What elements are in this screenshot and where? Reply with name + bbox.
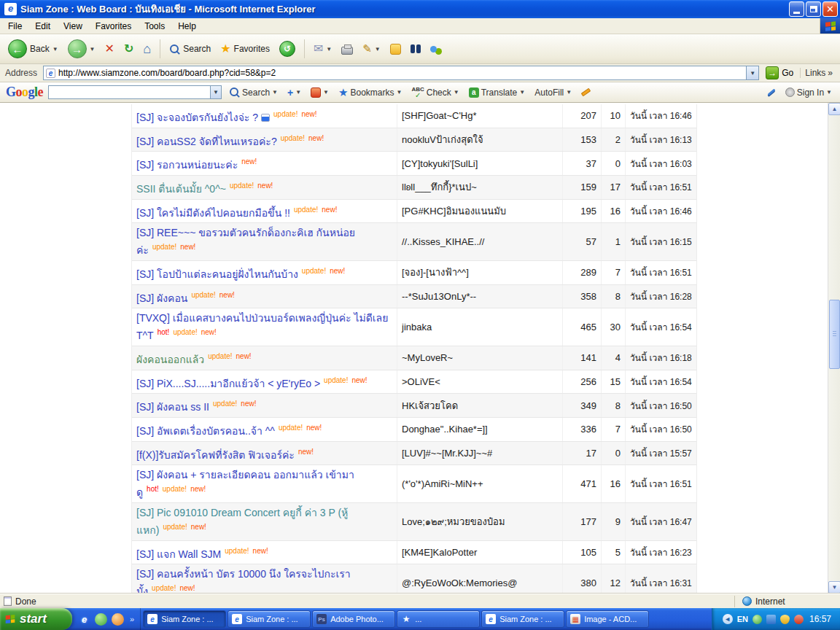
author-cell: [LUV]#~~[Mr.KJJ]~~#	[397, 442, 563, 465]
go-button[interactable]: → Go	[763, 66, 796, 80]
table-row: [SJ] ผังคอน ss IIupdate!new!HKเจ้สวยโคด3…	[132, 394, 696, 418]
tray-security-icon[interactable]	[780, 615, 790, 624]
taskbar-task-button[interactable]: eSiam Zone : ...	[228, 610, 311, 628]
tray-collapse-chevron-icon[interactable]: ◄	[723, 614, 733, 624]
search-button[interactable]: Search	[166, 42, 214, 57]
back-button[interactable]: ← Back ▼	[4, 37, 62, 61]
google-search-caret-icon[interactable]: ▼	[272, 89, 278, 96]
topic-link[interactable]: [SJ] ผังคอน	[136, 292, 187, 303]
history-button[interactable]: ↺	[276, 39, 299, 59]
check-caret-icon[interactable]: ▼	[454, 89, 459, 96]
edit-dropdown-icon[interactable]: ▼	[375, 46, 381, 52]
highlight-button[interactable]	[579, 89, 593, 96]
taskbar-clock[interactable]: 16:57	[809, 614, 831, 624]
bookmarks-button[interactable]: ★ Bookmarks ▼	[336, 85, 404, 101]
address-dropdown-icon[interactable]: ▼	[746, 66, 758, 79]
mail-dropdown-icon[interactable]: ▼	[326, 46, 332, 52]
taskbar-task-button[interactable]: ▦Image - ACD...	[566, 610, 649, 628]
menu-help[interactable]: Help	[171, 19, 203, 34]
translate-caret-icon[interactable]: ▼	[519, 89, 525, 96]
topic-link[interactable]: [SJ] คอนSS2 จัดที่ไหนเหรอค่ะ?	[136, 135, 277, 147]
links-label: Links	[805, 68, 825, 78]
forward-button[interactable]: → ▼	[64, 37, 99, 61]
scroll-down-button[interactable]: ▼	[828, 581, 840, 594]
menu-tools[interactable]: Tools	[138, 19, 171, 34]
quicklaunch-media-icon[interactable]	[112, 613, 124, 626]
menu-favorites[interactable]: Favorites	[89, 19, 138, 34]
quicklaunch-msn-icon[interactable]	[95, 613, 107, 626]
topic-link[interactable]: [SJ] แจก Wall SJM	[136, 548, 221, 559]
translate-button[interactable]: a Translate ▼	[467, 86, 528, 99]
topic-link[interactable]: [SJ] REE~~~ ขอรวมตัวคนรักด็องกะคิเฮ กันห…	[136, 227, 355, 256]
menu-file[interactable]: File	[1, 19, 28, 34]
close-button[interactable]: ✕	[822, 1, 838, 17]
quicklaunch-ie-icon[interactable]: e	[78, 613, 90, 626]
topic-link[interactable]: [SJ] โอปป้าแต่ละคนอยู่ฝั่งไหนกันบ้าง	[136, 268, 298, 280]
autofill-caret-icon[interactable]: ▼	[566, 89, 572, 96]
replies-cell: 30	[602, 308, 626, 346]
back-dropdown-icon[interactable]: ▼	[52, 46, 58, 52]
messenger-button[interactable]	[386, 42, 405, 57]
google-search-dropdown-icon[interactable]: ▼	[210, 86, 221, 98]
discuss-button[interactable]	[427, 44, 446, 55]
edit-button[interactable]: ✎ ▼	[359, 41, 384, 57]
table-row: [SJ] รอกวนหน่อยนะค่ะnew![CY]tokyuki'[Sul…	[132, 152, 696, 176]
pagerank-button[interactable]: ▼	[308, 86, 331, 99]
research-button[interactable]	[407, 42, 424, 55]
restore-button[interactable]	[806, 1, 821, 17]
topic-link[interactable]: [SJ] Pic 091010 Dream Concert คยูกี้ ค่า…	[136, 507, 348, 536]
refresh-button[interactable]: ↻	[120, 41, 137, 57]
signin-button[interactable]: Sign In ▼	[783, 86, 834, 99]
tray-network-icon[interactable]	[766, 615, 776, 624]
google-search-field[interactable]: ▼	[48, 85, 222, 99]
start-button[interactable]: start	[0, 608, 72, 630]
topic-link[interactable]: [SJ] ผังคอน + รายละเอียดคอน ออกมาแล้ว เข…	[136, 469, 354, 498]
taskbar-task-button[interactable]: ★...	[397, 610, 480, 628]
language-indicator[interactable]: EN	[737, 615, 748, 623]
date-cell: วันนี้ เวลา 16:47	[626, 503, 696, 540]
ie-app-icon: e	[4, 3, 17, 15]
bookmarks-caret-icon[interactable]: ▼	[397, 89, 402, 96]
people-icon	[430, 46, 437, 52]
vertical-scrollbar[interactable]: ▲ ▼	[828, 103, 840, 594]
autofill-button[interactable]: AutoFill ▼	[532, 86, 574, 99]
taskbar-task-button[interactable]: eSiam Zone : ...	[481, 610, 564, 628]
google-search-input[interactable]	[49, 86, 210, 98]
mail-button[interactable]: ✉ ▼	[310, 41, 335, 57]
topic-link[interactable]: ผังคอนออกแล้ว	[136, 354, 204, 365]
topic-link[interactable]: [f(X)]รับสมัครโคฟที่รังสิต ฟิวเจอร์ค่ะ	[136, 448, 295, 460]
minimize-button[interactable]	[789, 1, 804, 17]
print-button[interactable]	[338, 42, 357, 57]
pagerank-caret-icon[interactable]: ▼	[323, 89, 329, 96]
add-caret-icon[interactable]: ▼	[295, 89, 301, 96]
topic-link[interactable]: [SJ] PiX....SJ.....มาอีกแย้วจ้า < yE'ryE…	[136, 377, 320, 389]
stop-button[interactable]: ✕	[101, 41, 118, 57]
taskbar-task-button[interactable]: eSiam Zone : ...	[143, 610, 226, 628]
google-search-button[interactable]: Search ▼	[227, 85, 280, 99]
topic-link[interactable]: [SJ] ผังคอน ss II	[136, 401, 209, 413]
scroll-up-button[interactable]: ▲	[828, 103, 840, 115]
spellcheck-button[interactable]: ABC✓ Check ▼	[409, 85, 461, 100]
google-add-button[interactable]: + ▼	[285, 85, 303, 100]
topic-link[interactable]: [SJ] จะจองบัตรกันยังไงจ่ะ ?	[136, 112, 258, 123]
address-input[interactable]: e http://www.siamzone.com/board/board.ph…	[43, 66, 759, 80]
topic-link[interactable]: SSII ตื่นเต้นมั้ย ^0^~	[136, 183, 226, 195]
taskbar-task-button[interactable]: PsAdobe Photo...	[312, 610, 395, 628]
scroll-thumb[interactable]	[829, 300, 840, 369]
topic-link[interactable]: [SJ] ใครไม่มีตังค์ไปคอนยกมือขึ้น !!	[136, 206, 290, 218]
quicklaunch-overflow-chevron-icon[interactable]: »	[128, 615, 134, 623]
favorites-button[interactable]: ★ Favorites	[217, 41, 273, 57]
topic-link[interactable]: [TVXQ] เมื่อแคสบางคนไปป่วนบอร์ดเพลงญี่ปุ…	[136, 312, 388, 341]
menu-view[interactable]: View	[57, 19, 89, 34]
home-button[interactable]: ⌂	[139, 41, 155, 57]
tray-messenger-icon[interactable]	[752, 615, 762, 624]
toolbar-options-button[interactable]	[765, 90, 778, 95]
forward-dropdown-icon[interactable]: ▼	[90, 46, 96, 52]
links-button[interactable]: Links »	[800, 68, 837, 78]
topic-link[interactable]: [SJ] อัพเดตเรื่องบัตรคอน..จ้า ^^	[136, 425, 275, 437]
tray-volume-icon[interactable]	[794, 615, 804, 624]
menu-edit[interactable]: Edit	[28, 19, 57, 34]
badge-new: new!	[257, 182, 273, 190]
topic-link[interactable]: [SJ] รอกวนหน่อยนะค่ะ	[136, 159, 238, 171]
signin-caret-icon[interactable]: ▼	[826, 89, 832, 96]
